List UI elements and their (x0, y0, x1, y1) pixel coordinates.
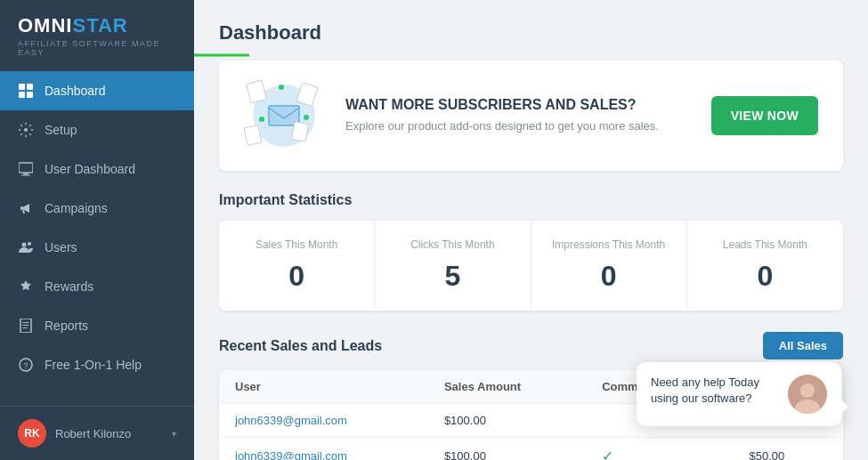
sidebar: OMNISTAR AFFILIATE SOFTWARE MADE EASY Da… (0, 0, 194, 460)
main-content: Dashboard WANT MORE SUBSC (194, 0, 868, 460)
stat-label: Impressions This Month (549, 238, 669, 251)
svg-point-8 (22, 243, 27, 247)
svg-rect-5 (19, 163, 33, 173)
svg-rect-1 (27, 84, 33, 90)
promo-subtext: Explore our product add-ons designed to … (345, 118, 690, 134)
rewards-icon (18, 278, 34, 295)
stats-grid: Sales This Month 0 Clicks This Month 5 I… (219, 221, 843, 311)
chevron-down-icon: ▾ (172, 429, 176, 439)
svg-rect-19 (246, 80, 266, 103)
promo-text: WANT MORE SUBSCRIBERS AND SALES? Explore… (345, 97, 690, 134)
cell-user: john6339@gmail.com (219, 404, 428, 438)
chat-text: Need any help Today using our software? (651, 375, 779, 407)
avatar: RK (18, 419, 46, 448)
sidebar-item-users[interactable]: Users (0, 228, 194, 267)
table-row: john6339@gmail.com $100.00 ✓ $50.00 (219, 438, 843, 461)
page-title: Dashboard (219, 21, 843, 44)
svg-rect-3 (27, 92, 33, 98)
users-icon (18, 239, 34, 255)
sidebar-item-dashboard[interactable]: Dashboard (0, 71, 194, 110)
stat-impressions: Impressions This Month 0 (531, 221, 687, 311)
sidebar-item-campaigns[interactable]: Campaigns (0, 189, 194, 228)
svg-rect-12 (23, 325, 29, 326)
svg-rect-6 (23, 174, 28, 175)
sidebar-item-help[interactable]: ? Free 1-On-1 Help (0, 345, 194, 384)
svg-rect-7 (21, 175, 30, 176)
cell-amount: $50.00 (734, 438, 843, 461)
sidebar-nav: Dashboard Setup User Dashboard (0, 71, 194, 406)
stat-label: Sales This Month (237, 238, 356, 251)
svg-point-25 (279, 85, 284, 90)
user-name: Robert Kilonzo (55, 427, 131, 440)
svg-point-24 (259, 117, 264, 122)
sidebar-item-label: User Dashboard (45, 162, 135, 176)
help-icon: ? (18, 357, 34, 373)
svg-rect-13 (23, 327, 28, 328)
svg-text:?: ? (23, 361, 28, 370)
svg-rect-20 (296, 83, 318, 106)
setup-icon (18, 122, 34, 138)
svg-rect-22 (244, 125, 262, 146)
promo-banner: WANT MORE SUBSCRIBERS AND SALES? Explore… (219, 61, 843, 171)
svg-point-23 (304, 115, 309, 120)
sidebar-item-setup[interactable]: Setup (0, 110, 194, 149)
sidebar-item-user-dashboard[interactable]: User Dashboard (0, 149, 194, 189)
floating-papers (244, 80, 324, 151)
stat-value: 0 (705, 260, 825, 293)
stat-sales: Sales This Month 0 (219, 221, 375, 311)
stat-clicks: Clicks This Month 5 (375, 221, 531, 311)
sidebar-item-label: Campaigns (45, 201, 108, 215)
sidebar-item-label: Setup (45, 123, 77, 137)
sidebar-item-label: Free 1-On-1 Help (45, 358, 142, 372)
logo-subtitle: AFFILIATE SOFTWARE MADE EASY (18, 39, 176, 57)
cell-sales-amount: $100.00 (428, 404, 586, 438)
svg-rect-0 (19, 84, 25, 90)
megaphone-icon (18, 200, 34, 216)
view-now-button[interactable]: VIEW NOW (711, 96, 818, 135)
promo-headline: WANT MORE SUBSCRIBERS AND SALES? (345, 97, 690, 113)
cell-user: john6339@gmail.com (219, 438, 428, 461)
promo-graphic (244, 80, 324, 151)
chat-avatar (788, 375, 827, 414)
sidebar-item-label: Dashboard (45, 84, 106, 98)
user-profile[interactable]: RK Robert Kilonzo ▾ (0, 406, 194, 460)
stat-label: Leads This Month (705, 238, 825, 251)
stats-section-title: Important Statistics (219, 192, 843, 208)
stat-value: 0 (237, 260, 356, 293)
stat-label: Clicks This Month (393, 238, 512, 251)
svg-point-9 (28, 242, 31, 246)
recent-sales-header: Recent Sales and Leads All Sales (219, 332, 843, 359)
monitor-icon (18, 161, 34, 177)
cell-commission: ✓ (586, 438, 733, 461)
svg-rect-21 (291, 122, 308, 141)
col-sales-amount: Sales Amount (428, 370, 586, 404)
stat-leads: Leads This Month 0 (687, 221, 843, 311)
sidebar-item-label: Reports (45, 319, 88, 333)
logo: OMNISTAR (18, 14, 176, 37)
logo-area: OMNISTAR AFFILIATE SOFTWARE MADE EASY (0, 0, 194, 71)
sidebar-item-label: Rewards (45, 279, 93, 294)
col-user: User (219, 370, 428, 404)
recent-sales-title: Recent Sales and Leads (219, 338, 382, 354)
chat-popup-arrow (841, 399, 848, 414)
stat-value: 5 (393, 260, 512, 293)
all-sales-button[interactable]: All Sales (763, 332, 843, 359)
stat-value: 0 (549, 260, 669, 293)
svg-rect-11 (23, 322, 29, 323)
cell-sales-amount: $100.00 (428, 438, 586, 461)
svg-point-27 (800, 383, 815, 398)
checkmark-icon: ✓ (602, 448, 613, 460)
svg-point-4 (24, 128, 28, 132)
svg-rect-2 (19, 92, 25, 98)
sidebar-item-rewards[interactable]: Rewards (0, 267, 194, 306)
chat-popup: Need any help Today using our software? (637, 362, 841, 426)
sidebar-item-reports[interactable]: Reports (0, 306, 194, 345)
dashboard-icon (18, 83, 34, 99)
sidebar-item-label: Users (45, 240, 77, 254)
reports-icon (18, 318, 34, 334)
